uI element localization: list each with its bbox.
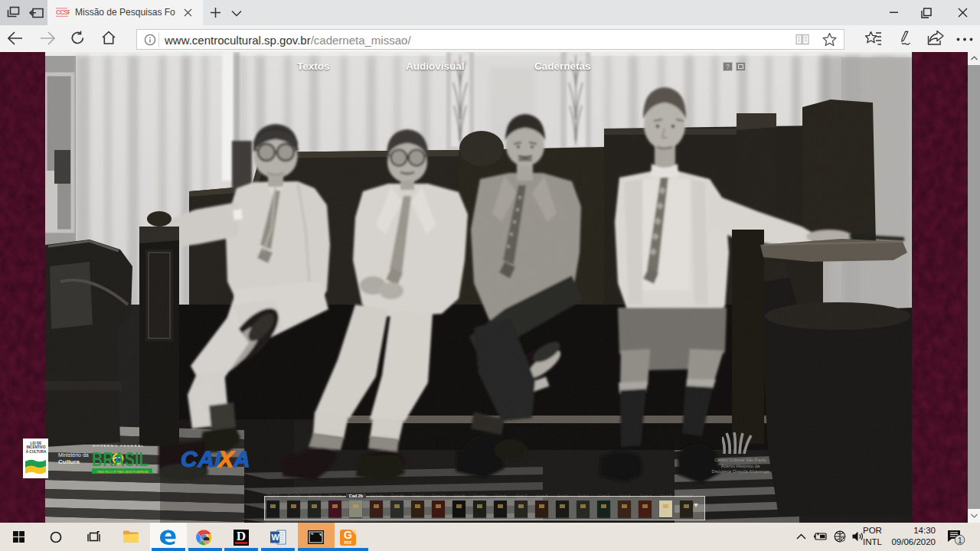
svg-text:W: W [271, 533, 279, 542]
svg-text:A: A [233, 448, 250, 471]
svg-text:X: X [217, 448, 235, 471]
svg-text:CAI: CAI [181, 448, 221, 471]
svg-text:?: ? [726, 63, 730, 70]
svg-text:1: 1 [958, 536, 962, 545]
svg-text:BRASIL: BRASIL [92, 448, 149, 470]
svg-text:CCSP: CCSP [56, 8, 70, 16]
